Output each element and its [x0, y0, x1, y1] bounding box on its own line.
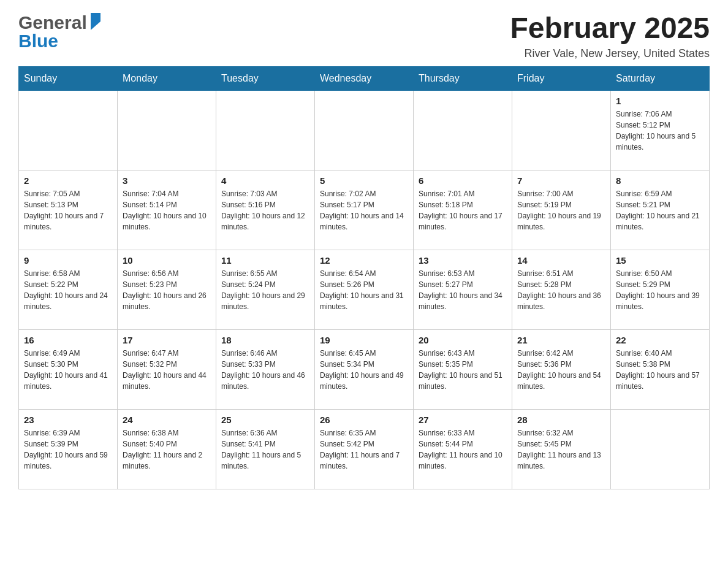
day-number: 5	[320, 175, 408, 186]
day-number: 4	[221, 175, 309, 186]
day-info: Sunrise: 6:59 AMSunset: 5:21 PMDaylight:…	[616, 188, 704, 232]
calendar-cell: 8Sunrise: 6:59 AMSunset: 5:21 PMDaylight…	[611, 170, 710, 250]
calendar-week-1: 1Sunrise: 7:06 AMSunset: 5:12 PMDaylight…	[19, 90, 710, 170]
day-number: 15	[616, 255, 704, 266]
calendar-cell: 23Sunrise: 6:39 AMSunset: 5:39 PMDayligh…	[19, 409, 118, 489]
day-number: 14	[517, 255, 605, 266]
calendar-cell	[414, 90, 512, 170]
day-number: 6	[419, 175, 507, 186]
calendar-cell: 6Sunrise: 7:01 AMSunset: 5:18 PMDaylight…	[414, 170, 512, 250]
day-info: Sunrise: 6:47 AMSunset: 5:32 PMDaylight:…	[123, 348, 211, 392]
calendar-cell: 26Sunrise: 6:35 AMSunset: 5:42 PMDayligh…	[315, 409, 414, 489]
calendar-cell	[611, 409, 710, 489]
day-number: 13	[419, 255, 507, 266]
calendar-cell: 11Sunrise: 6:55 AMSunset: 5:24 PMDayligh…	[216, 250, 315, 329]
day-number: 25	[221, 415, 309, 425]
col-sunday: Sunday	[19, 66, 118, 90]
day-info: Sunrise: 6:32 AMSunset: 5:45 PMDaylight:…	[517, 427, 605, 472]
day-info: Sunrise: 6:54 AMSunset: 5:26 PMDaylight:…	[320, 268, 408, 312]
calendar-cell: 4Sunrise: 7:03 AMSunset: 5:16 PMDaylight…	[216, 170, 315, 250]
day-number: 9	[24, 255, 112, 266]
col-saturday: Saturday	[611, 66, 710, 90]
logo: General Blue	[18, 12, 102, 52]
calendar-cell	[216, 90, 315, 170]
col-friday: Friday	[512, 66, 611, 90]
title-section: February 2025 River Vale, New Jersey, Un…	[510, 12, 710, 60]
svg-marker-0	[91, 13, 100, 21]
day-info: Sunrise: 7:01 AMSunset: 5:18 PMDaylight:…	[419, 188, 507, 232]
col-thursday: Thursday	[414, 66, 512, 90]
day-number: 8	[616, 175, 704, 186]
calendar-cell: 20Sunrise: 6:43 AMSunset: 5:35 PMDayligh…	[414, 329, 512, 409]
calendar-cell	[512, 90, 611, 170]
calendar-cell: 24Sunrise: 6:38 AMSunset: 5:40 PMDayligh…	[118, 409, 216, 489]
day-info: Sunrise: 6:58 AMSunset: 5:22 PMDaylight:…	[24, 268, 112, 312]
calendar-cell: 1Sunrise: 7:06 AMSunset: 5:12 PMDaylight…	[611, 90, 710, 170]
day-number: 28	[517, 415, 605, 425]
calendar-cell: 19Sunrise: 6:45 AMSunset: 5:34 PMDayligh…	[315, 329, 414, 409]
day-number: 19	[320, 335, 408, 345]
calendar-header-row: Sunday Monday Tuesday Wednesday Thursday…	[19, 66, 710, 90]
day-number: 21	[517, 335, 605, 345]
col-monday: Monday	[118, 66, 216, 90]
location-title: River Vale, New Jersey, United States	[510, 47, 710, 60]
calendar-cell: 22Sunrise: 6:40 AMSunset: 5:38 PMDayligh…	[611, 329, 710, 409]
day-info: Sunrise: 6:51 AMSunset: 5:28 PMDaylight:…	[517, 268, 605, 312]
calendar-cell: 5Sunrise: 7:02 AMSunset: 5:17 PMDaylight…	[315, 170, 414, 250]
calendar-cell: 7Sunrise: 7:00 AMSunset: 5:19 PMDaylight…	[512, 170, 611, 250]
calendar-cell: 17Sunrise: 6:47 AMSunset: 5:32 PMDayligh…	[118, 329, 216, 409]
day-number: 10	[123, 255, 211, 266]
calendar-cell: 2Sunrise: 7:05 AMSunset: 5:13 PMDaylight…	[19, 170, 118, 250]
calendar-cell: 28Sunrise: 6:32 AMSunset: 5:45 PMDayligh…	[512, 409, 611, 489]
calendar-table: Sunday Monday Tuesday Wednesday Thursday…	[18, 66, 710, 489]
day-number: 24	[123, 415, 211, 425]
day-info: Sunrise: 6:56 AMSunset: 5:23 PMDaylight:…	[123, 268, 211, 312]
day-number: 2	[24, 175, 112, 186]
calendar-cell: 12Sunrise: 6:54 AMSunset: 5:26 PMDayligh…	[315, 250, 414, 329]
day-info: Sunrise: 6:42 AMSunset: 5:36 PMDaylight:…	[517, 348, 605, 392]
day-info: Sunrise: 6:39 AMSunset: 5:39 PMDaylight:…	[24, 427, 112, 472]
day-info: Sunrise: 6:40 AMSunset: 5:38 PMDaylight:…	[616, 348, 704, 392]
calendar-week-2: 2Sunrise: 7:05 AMSunset: 5:13 PMDaylight…	[19, 170, 710, 250]
calendar-cell	[19, 90, 118, 170]
day-number: 26	[320, 415, 408, 425]
calendar-cell: 15Sunrise: 6:50 AMSunset: 5:29 PMDayligh…	[611, 250, 710, 329]
calendar-cell: 16Sunrise: 6:49 AMSunset: 5:30 PMDayligh…	[19, 329, 118, 409]
day-info: Sunrise: 6:45 AMSunset: 5:34 PMDaylight:…	[320, 348, 408, 392]
col-tuesday: Tuesday	[216, 66, 315, 90]
day-info: Sunrise: 6:38 AMSunset: 5:40 PMDaylight:…	[123, 427, 211, 472]
day-info: Sunrise: 6:53 AMSunset: 5:27 PMDaylight:…	[419, 268, 507, 312]
logo-general-text: General	[18, 12, 87, 33]
page-header: General Blue February 2025 River Vale, N…	[18, 12, 710, 60]
day-info: Sunrise: 6:50 AMSunset: 5:29 PMDaylight:…	[616, 268, 704, 312]
day-number: 12	[320, 255, 408, 266]
day-number: 20	[419, 335, 507, 345]
svg-marker-1	[91, 21, 100, 30]
day-number: 1	[616, 96, 704, 106]
calendar-cell: 27Sunrise: 6:33 AMSunset: 5:44 PMDayligh…	[414, 409, 512, 489]
calendar-cell	[315, 90, 414, 170]
month-title: February 2025	[510, 12, 710, 45]
calendar-cell: 14Sunrise: 6:51 AMSunset: 5:28 PMDayligh…	[512, 250, 611, 329]
calendar-cell: 10Sunrise: 6:56 AMSunset: 5:23 PMDayligh…	[118, 250, 216, 329]
calendar-cell: 18Sunrise: 6:46 AMSunset: 5:33 PMDayligh…	[216, 329, 315, 409]
day-number: 23	[24, 415, 112, 425]
day-info: Sunrise: 6:35 AMSunset: 5:42 PMDaylight:…	[320, 427, 408, 472]
day-info: Sunrise: 7:05 AMSunset: 5:13 PMDaylight:…	[24, 188, 112, 232]
day-number: 11	[221, 255, 309, 266]
calendar-cell: 21Sunrise: 6:42 AMSunset: 5:36 PMDayligh…	[512, 329, 611, 409]
calendar-week-5: 23Sunrise: 6:39 AMSunset: 5:39 PMDayligh…	[19, 409, 710, 489]
day-number: 7	[517, 175, 605, 186]
day-number: 16	[24, 335, 112, 345]
day-info: Sunrise: 6:33 AMSunset: 5:44 PMDaylight:…	[419, 427, 507, 472]
calendar-cell: 3Sunrise: 7:04 AMSunset: 5:14 PMDaylight…	[118, 170, 216, 250]
calendar-week-3: 9Sunrise: 6:58 AMSunset: 5:22 PMDaylight…	[19, 250, 710, 329]
day-info: Sunrise: 7:03 AMSunset: 5:16 PMDaylight:…	[221, 188, 309, 232]
calendar-cell: 9Sunrise: 6:58 AMSunset: 5:22 PMDaylight…	[19, 250, 118, 329]
calendar-cell: 25Sunrise: 6:36 AMSunset: 5:41 PMDayligh…	[216, 409, 315, 489]
day-info: Sunrise: 6:46 AMSunset: 5:33 PMDaylight:…	[221, 348, 309, 392]
col-wednesday: Wednesday	[315, 66, 414, 90]
logo-blue-text: Blue	[18, 31, 58, 52]
day-info: Sunrise: 7:04 AMSunset: 5:14 PMDaylight:…	[123, 188, 211, 232]
calendar-cell: 13Sunrise: 6:53 AMSunset: 5:27 PMDayligh…	[414, 250, 512, 329]
